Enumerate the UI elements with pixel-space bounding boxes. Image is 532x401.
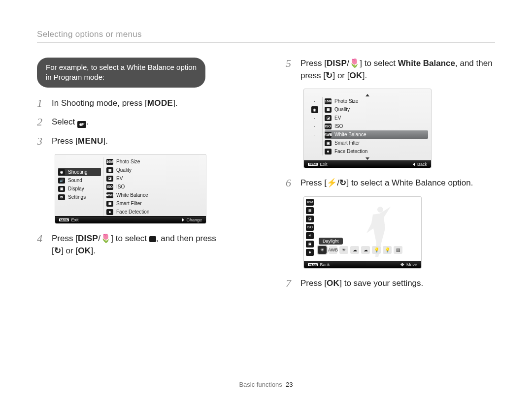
content-columns: For example, to select a White Balance o…: [37, 58, 495, 297]
step-5: 5 Press [DISP/🌷] to select White Balance…: [286, 58, 495, 82]
step-text: ].: [363, 71, 367, 80]
footer-exit: Exit: [71, 217, 78, 222]
wb-option-daylight: ☀: [318, 246, 327, 254]
wb-option: ☁: [361, 246, 370, 254]
menu-label: Settings: [68, 194, 86, 200]
macro-button-icon: 🌷: [349, 59, 360, 68]
nav-icon: ✥: [400, 262, 404, 267]
submenu-label: Photo Size: [116, 159, 140, 164]
iso-icon: ISO: [106, 184, 113, 190]
step-text: Select: [52, 117, 77, 126]
step-text: ] to select: [111, 234, 149, 243]
camera-icon: [149, 236, 156, 242]
submenu-face-detection: ☻Face Detection: [325, 147, 428, 155]
submenu-label: EV: [334, 115, 341, 121]
step-7: 7 Press [OK] to save your settings.: [286, 278, 495, 290]
submenu-white-balance: AWBWhite Balance: [106, 191, 203, 199]
wb-option: ▤: [394, 246, 402, 254]
camera-icon: ◉: [58, 169, 65, 175]
gear-icon: ✿: [58, 194, 65, 200]
submenu-label: White Balance: [116, 192, 148, 198]
submenu-ev: ◪EV: [325, 114, 428, 122]
wb-selection-screenshot: 16M ▦ ◪ ISO ☀ ▣ ☻ Daylight ☀ AWB ☀ ☁ ☁ 💡…: [303, 196, 422, 269]
face-icon: ☻: [306, 249, 314, 256]
footer-back: Back: [320, 262, 330, 267]
menu-tag-icon: MENU: [308, 263, 318, 266]
chevron-left-icon: [413, 162, 415, 166]
step-3: 3 Press [MENU].: [37, 135, 246, 148]
quality-icon: ▦: [325, 107, 332, 113]
submenu-face-detection: ☻Face Detection: [106, 208, 203, 216]
submenu-smart-filter: ▣Smart Filter: [106, 199, 203, 208]
submenu-smart-filter: ▣Smart Filter: [325, 139, 428, 147]
menu-label: Shooting: [68, 169, 87, 175]
step-number: 6: [286, 177, 297, 189]
step-text: .: [86, 117, 89, 126]
scroll-down-arrow: [307, 155, 428, 160]
step-text: Press [: [300, 178, 327, 187]
step-text: Press [: [300, 59, 327, 68]
timer-button-icon: ↻: [339, 178, 346, 187]
disp-button-label: DISP: [78, 234, 98, 243]
wb-option: ☀: [339, 246, 348, 254]
submenu-label: Face Detection: [334, 149, 367, 154]
submenu-quality: ▦Quality: [325, 105, 428, 114]
white-balance-bold: White Balance: [398, 59, 455, 68]
dot-icon: ·: [311, 123, 318, 130]
wb-option: 💡: [372, 246, 381, 254]
menu-label: Display: [68, 186, 84, 191]
page-footer: Basic functions 23: [0, 381, 532, 388]
wb-icon: ☀: [306, 232, 314, 239]
filter-icon: ▣: [306, 241, 314, 247]
step-text: ] to select: [360, 59, 398, 68]
menu-left-column: ◉Shooting 🔊Sound ▣Display ✿Settings: [58, 157, 103, 216]
step-2: 2 Select ◉P.: [37, 116, 246, 128]
step-6: 6 Press [⚡/↻] to select a White Balance …: [286, 177, 495, 189]
face-icon: ☻: [325, 149, 332, 154]
menu-right-column: 16MPhoto Size ▦Quality ◪EV ISOISO AWBWhi…: [323, 97, 428, 155]
wb-option: ☁: [350, 246, 359, 254]
submenu-label: Quality: [334, 107, 350, 112]
submenu-label: Face Detection: [116, 209, 149, 215]
footer-move: Move: [406, 262, 417, 267]
step-text: press [: [300, 71, 326, 80]
menu-footer: MENUExit Back: [304, 160, 431, 168]
menu-left-icons: · ◉ · · ·: [307, 97, 323, 155]
ok-button-label: OK: [78, 246, 91, 255]
wb-selected-label: Daylight: [319, 238, 343, 245]
submenu-photo-size: 16MPhoto Size: [325, 97, 428, 105]
left-column: For example, to select a White Balance o…: [37, 58, 246, 297]
submenu-label: White Balance: [334, 132, 366, 137]
timer-button-icon: ↻: [54, 246, 61, 255]
display-icon: ▣: [58, 186, 65, 192]
mode-button-label: MODE: [147, 98, 173, 108]
pill-line-1: For example, to select a White Balance o…: [46, 63, 197, 71]
ok-button-label: OK: [349, 71, 362, 80]
menu-item-display: ▣Display: [58, 185, 101, 193]
step-text: ] to save your settings.: [339, 278, 423, 288]
submenu-quality: ▦Quality: [106, 166, 203, 174]
ev-icon: ◪: [306, 216, 314, 222]
dot-icon: ·: [311, 98, 318, 105]
wb-icon: AWB: [325, 132, 332, 138]
step-number: 1: [37, 97, 48, 109]
step-text: Press [: [52, 234, 78, 243]
step-number: 2: [37, 116, 48, 128]
menu-screenshot-2: · ◉ · · · 16MPhoto Size ▦Quality ◪EV ISO…: [303, 89, 432, 168]
step-4: 4 Press [DISP/🌷] to select , and then pr…: [37, 233, 246, 257]
example-pill: For example, to select a White Balance o…: [37, 58, 205, 88]
filter-icon: ▣: [325, 140, 332, 146]
step-text: ].: [103, 136, 108, 146]
menu-screenshot-1: ◉Shooting 🔊Sound ▣Display ✿Settings 16MP…: [55, 154, 206, 224]
menu-footer: MENUExit Change: [55, 216, 206, 223]
step-text: ].: [173, 98, 177, 108]
submenu-label: Photo Size: [334, 98, 358, 104]
menu-label: Sound: [68, 178, 82, 183]
step-text: , and then: [455, 59, 493, 68]
step-text: Press [: [300, 278, 327, 288]
menu-footer: MENUBack ✥Move: [304, 261, 421, 268]
step-text: ] to select a White Balance option.: [346, 178, 473, 187]
submenu-iso: ISOISO: [325, 122, 428, 130]
submenu-ev: ◪EV: [106, 174, 203, 183]
face-icon: ☻: [106, 209, 113, 215]
